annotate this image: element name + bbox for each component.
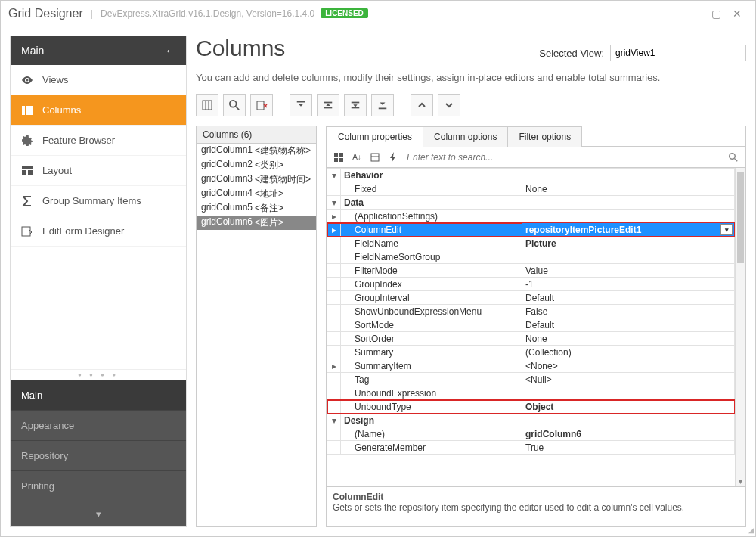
tab-column-options[interactable]: Column options [423,126,508,147]
window-title: Grid Designer [8,7,83,20]
sidebar-item-feature-browser[interactable]: Feature Browser [11,126,186,156]
category-design[interactable]: ▾Design [327,414,735,427]
property-row[interactable]: FixedNone [327,182,735,196]
sidebar-item-label: Columns [42,104,81,116]
columns-list-header: Columns (6) [197,126,316,144]
property-row-unboundtype[interactable]: UnboundTypeObject [327,400,735,414]
property-row[interactable]: Summary(Collection) [327,346,735,359]
property-pages-button[interactable] [366,149,384,166]
property-row[interactable]: (Name)gridColumn6 [327,427,735,441]
back-arrow-icon[interactable]: ← [165,45,175,57]
move-last-button[interactable] [371,94,394,116]
sidebar-group-header-main[interactable]: Main ← [11,36,186,65]
sidebar-item-label: Feature Browser [42,135,115,146]
property-row[interactable]: Tag<Null> [327,373,735,386]
resize-grip-icon[interactable]: ◢ [748,526,753,534]
columns-list-item[interactable]: gridColumn2<类别> [197,158,316,172]
alphabetical-view-button[interactable]: A↓ [348,149,366,166]
window-close-icon[interactable]: ✕ [727,8,748,20]
sidebar-item-label: Group Summary Items [42,195,141,206]
svg-line-12 [236,107,239,110]
expand-button[interactable] [411,94,433,116]
sidebar-item-editform-designer[interactable]: EditForm Designer [11,216,186,247]
property-row[interactable]: FieldNameSortGroup [327,250,735,264]
layout-icon [21,165,33,177]
columns-list-item[interactable]: gridColumn6<图片> [197,216,316,230]
property-row[interactable]: ▸(ApplicationSettings) [327,210,735,223]
svg-point-11 [230,101,237,107]
svg-rect-16 [324,107,333,109]
sidebar-item-label: Layout [42,165,72,176]
search-icon[interactable] [724,149,742,166]
property-row[interactable]: GenerateMemberTrue [327,441,735,455]
property-row[interactable]: FilterModeValue [327,264,735,278]
selected-view-label: Selected View: [539,48,604,59]
columns-list-item[interactable]: gridColumn4<地址> [197,187,316,201]
property-search-input[interactable] [402,152,724,163]
scrollbar[interactable]: ▴ ▾ [735,168,745,486]
property-row[interactable]: ▸SummaryItem<None> [327,359,735,373]
svg-line-27 [735,158,738,161]
sidebar-item-views[interactable]: Views [11,65,186,95]
nav-category-label: Repository [21,450,68,461]
columns-list-item[interactable]: gridColumn3<建筑物时间> [197,172,316,187]
svg-rect-15 [324,102,333,104]
page-description: You can add and delete columns, modify t… [196,72,746,83]
svg-rect-23 [339,158,343,162]
sidebar-splitter[interactable]: ● ● ● ● [11,369,186,380]
nav-category-appearance[interactable]: Appearance [11,410,186,440]
gear-icon [21,135,33,147]
sidebar-item-layout[interactable]: Layout [11,156,186,186]
property-row[interactable]: GroupIntervalDefault [327,291,735,305]
sidebar-item-columns[interactable]: Columns [11,95,186,126]
move-first-button[interactable] [290,94,312,116]
selected-view-dropdown[interactable] [610,45,746,61]
property-row[interactable]: FieldNamePicture [327,237,735,250]
columns-icon [21,104,33,116]
category-data[interactable]: ▾Data [327,196,735,210]
property-row[interactable]: UnboundExpression [327,386,735,400]
sidebar: Main ← Views Columns [10,36,187,527]
tab-filter-options[interactable]: Filter options [507,126,582,147]
sidebar-item-label: Views [42,74,68,85]
events-button[interactable] [384,149,402,166]
retrieve-button[interactable] [223,94,246,116]
remove-column-button[interactable] [250,94,273,116]
add-column-button[interactable] [196,94,218,116]
move-up-button[interactable] [317,94,339,116]
property-description: ColumnEdit Gets or sets the repository i… [327,487,745,526]
collapse-button[interactable] [438,94,460,116]
property-row[interactable]: SortModeDefault [327,318,735,332]
sidebar-item-label: EditForm Designer [42,225,124,237]
svg-rect-19 [379,108,387,110]
scrollbar-thumb[interactable] [737,172,744,263]
svg-rect-20 [334,153,338,157]
editform-icon [21,225,33,237]
sidebar-item-group-summary[interactable]: Group Summary Items [11,186,186,216]
window-restore-icon[interactable]: ▢ [705,8,727,20]
svg-rect-22 [334,158,338,162]
nav-category-label: Printing [21,480,54,492]
categorized-view-button[interactable] [330,149,348,166]
nav-expand-button[interactable]: ▾ [11,501,186,526]
sidebar-group-title: Main [21,45,44,57]
svg-rect-17 [352,102,360,104]
svg-rect-2 [26,106,29,115]
dropdown-button[interactable]: ▾ [720,224,733,235]
page-title: Columns [196,36,285,61]
description-text: Gets or sets the repository item specify… [333,502,684,513]
columns-list-item[interactable]: gridColumn1<建筑物名称> [197,144,316,158]
nav-category-printing[interactable]: Printing [11,470,186,501]
tab-column-properties[interactable]: Column properties [327,126,423,147]
property-grid[interactable]: ▾Behavior FixedNone ▾Data ▸(ApplicationS… [327,168,745,487]
property-row[interactable]: ShowUnboundExpressionMenuFalse [327,305,735,318]
property-row-columnedit[interactable]: ▸ ColumnEdit repositoryItemPictureEdit1▾ [327,223,735,237]
scroll-down-icon[interactable]: ▾ [736,476,745,486]
move-down-button[interactable] [344,94,367,116]
property-row[interactable]: GroupIndex-1 [327,278,735,291]
property-row[interactable]: SortOrderNone [327,332,735,346]
nav-category-repository[interactable]: Repository [11,440,186,470]
nav-category-main[interactable]: Main [11,380,186,410]
columns-list-item[interactable]: gridColumn5<备注> [197,201,316,216]
category-behavior[interactable]: ▾Behavior [327,169,735,182]
